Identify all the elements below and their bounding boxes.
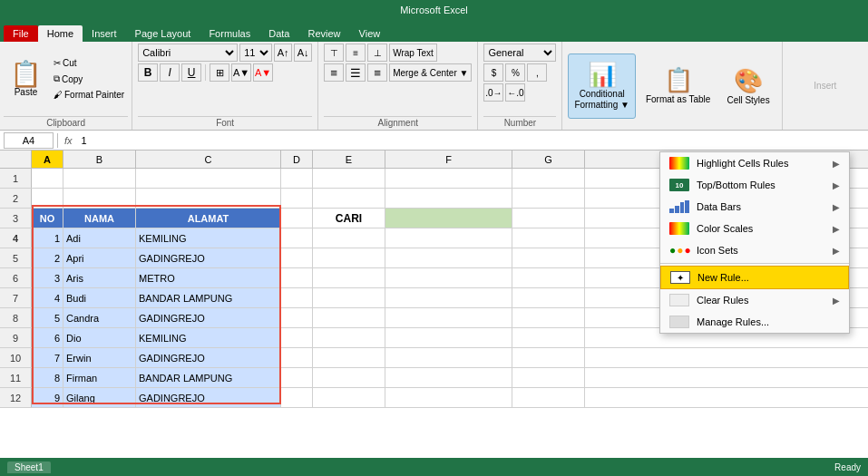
cell-6-a[interactable]: 3 [32,268,63,287]
increase-font-button[interactable]: A↑ [274,44,292,62]
cell-1-a[interactable] [32,169,63,188]
cell-4-f[interactable] [385,228,512,248]
font-size-select[interactable]: 11 [239,44,272,62]
cell-6-f[interactable] [385,268,512,287]
cell-11-b[interactable]: Firman [63,368,136,387]
format-painter-button[interactable]: 🖌 Format Painter [50,88,128,102]
col-header-g[interactable]: G [512,151,585,168]
cell-5-c[interactable]: GADINGREJO [136,248,281,267]
cell-10-e[interactable] [313,348,385,367]
cell-8-e[interactable] [313,308,385,327]
cell-4-d[interactable] [281,228,313,248]
menu-item-icon-sets[interactable]: ● ● ● Icon Sets ▶ [660,239,849,261]
menu-item-clear-rules[interactable]: Clear Rules ▶ [660,289,849,311]
cell-8-c[interactable]: GADINGREJO [136,308,281,327]
cell-4-e[interactable] [313,228,385,248]
tab-data[interactable]: Data [259,25,298,42]
cell-8-a[interactable]: 5 [32,308,63,327]
col-header-e[interactable]: E [313,151,385,168]
cell-3-g[interactable] [512,209,585,228]
tab-home[interactable]: Home [38,25,83,42]
bold-button[interactable]: B [138,63,158,82]
align-bottom-button[interactable]: ⊥ [367,44,387,62]
cell-11-a[interactable]: 8 [32,368,63,387]
cell-5-g[interactable] [512,248,585,267]
merge-center-button[interactable]: Merge & Center ▼ [389,63,472,82]
cell-7-c[interactable]: BANDAR LAMPUNG [136,288,281,307]
cell-2-e[interactable] [313,189,385,208]
cell-12-f[interactable] [385,388,512,407]
cell-9-d[interactable] [281,328,313,347]
tab-page-layout[interactable]: Page Layout [126,25,200,42]
cell-7-e[interactable] [313,288,385,307]
currency-button[interactable]: $ [483,63,503,82]
cell-1-d[interactable] [281,169,313,188]
cell-9-g[interactable] [512,328,585,347]
cell-2-a[interactable] [32,189,63,208]
align-center-button[interactable]: ☰ [346,63,366,82]
cell-11-f[interactable] [385,368,512,387]
cell-11-g[interactable] [512,368,585,387]
cell-1-f[interactable] [385,169,512,188]
format-table-button[interactable]: 📋 Format as Table [639,53,717,119]
cell-12-c[interactable]: GADINGREJO [136,388,281,407]
cell-2-d[interactable] [281,189,313,208]
cell-6-e[interactable] [313,268,385,287]
cell-7-b[interactable]: Budi [63,288,136,307]
tab-view[interactable]: View [350,25,390,42]
cell-6-g[interactable] [512,268,585,287]
cell-11-e[interactable] [313,368,385,387]
cell-9-f[interactable] [385,328,512,347]
tab-review[interactable]: Review [298,25,349,42]
wrap-text-button[interactable]: Wrap Text [389,44,437,62]
cell-7-g[interactable] [512,288,585,307]
align-middle-button[interactable]: ≡ [346,44,366,62]
cell-4-g[interactable] [512,228,585,248]
tab-file[interactable]: File [4,25,38,42]
increase-decimal-button[interactable]: .0→ [483,83,503,102]
cell-9-b[interactable]: Dio [63,328,136,347]
cell-9-e[interactable] [313,328,385,347]
cell-1-b[interactable] [63,169,136,188]
copy-button[interactable]: ⧉ Copy [50,72,128,86]
cell-4-c[interactable]: KEMILING [136,228,281,248]
italic-button[interactable]: I [160,63,180,82]
align-left-button[interactable]: ≡ [324,63,344,82]
cell-ref-input[interactable] [4,132,54,149]
tab-formulas[interactable]: Formulas [200,25,259,42]
menu-item-top-bottom[interactable]: 10 Top/Bottom Rules ▶ [660,174,849,196]
cut-button[interactable]: ✂ Cut [50,56,128,70]
comma-button[interactable]: , [527,63,547,82]
cell-7-d[interactable] [281,288,313,307]
cell-12-b[interactable]: Gilang [63,388,136,407]
cell-3-e[interactable]: CARI [313,209,385,228]
decrease-decimal-button[interactable]: ←.0 [505,83,525,102]
conditional-formatting-button[interactable]: 📊 ConditionalFormatting ▼ [568,53,635,119]
cell-4-b[interactable]: Adi [63,228,136,248]
cell-6-c[interactable]: METRO [136,268,281,287]
underline-button[interactable]: U [181,63,201,82]
menu-item-manage-rules[interactable]: Manage Rules... [660,311,849,333]
percent-button[interactable]: % [505,63,525,82]
cell-5-d[interactable] [281,248,313,267]
menu-item-new-rule[interactable]: ✦ New Rule... [660,266,849,289]
col-header-c[interactable]: C [136,151,281,168]
align-top-button[interactable]: ⊤ [324,44,344,62]
cell-5-e[interactable] [313,248,385,267]
cell-7-a[interactable]: 4 [32,288,63,307]
cell-1-g[interactable] [512,169,585,188]
fill-color-button[interactable]: A▼ [231,63,251,82]
cell-9-a[interactable]: 6 [32,328,63,347]
cell-11-c[interactable]: BANDAR LAMPUNG [136,368,281,387]
cell-7-f[interactable] [385,288,512,307]
cell-10-a[interactable]: 7 [32,348,63,367]
align-right-button[interactable]: ≡ [367,63,387,82]
font-name-select[interactable]: Calibri [138,44,238,62]
decrease-font-button[interactable]: A↓ [294,44,312,62]
cell-3-c[interactable]: ALAMAT [136,209,281,228]
cell-12-d[interactable] [281,388,313,407]
cell-11-d[interactable] [281,368,313,387]
cell-5-a[interactable]: 2 [32,248,63,267]
cell-12-g[interactable] [512,388,585,407]
cell-12-a[interactable]: 9 [32,388,63,407]
